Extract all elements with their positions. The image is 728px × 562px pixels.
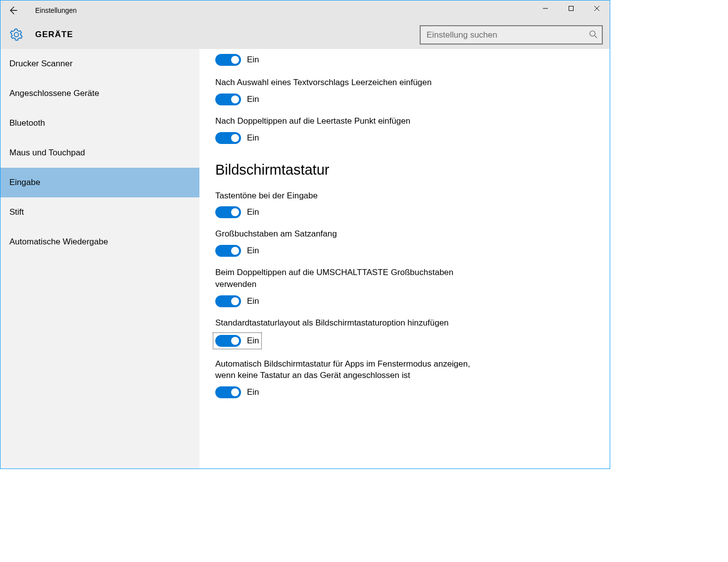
sidebar: Drucker ScannerAngeschlossene GeräteBlue… — [0, 49, 199, 468]
sidebar-item-label: Bluetooth — [9, 118, 45, 128]
setting-label: Nach Doppeltippen auf die Leertaste Punk… — [215, 115, 492, 127]
toggle-row-partial: Ein — [215, 54, 492, 66]
setting-label: Standardtastaturlayout als Bildschirmtas… — [215, 317, 492, 329]
sidebar-item-label: Stift — [9, 207, 24, 217]
toggle-switch[interactable] — [215, 132, 241, 144]
setting-space-after-suggestion: Nach Auswahl eines Textvorschlags Leerze… — [215, 77, 492, 105]
toggle-switch[interactable] — [215, 386, 241, 398]
toggle-switch[interactable] — [215, 335, 241, 347]
toggle-state: Ein — [247, 133, 259, 143]
gear-icon — [8, 27, 24, 43]
setting-label: Nach Auswahl eines Textvorschlags Leerze… — [215, 77, 492, 89]
toggle-row: Ein — [215, 245, 492, 257]
body: Drucker ScannerAngeschlossene GeräteBlue… — [0, 49, 610, 468]
setting-label: Großbuchstaben am Satzanfang — [215, 228, 492, 240]
section-title: Bildschirmtastatur — [215, 162, 492, 178]
toggle-state: Ein — [247, 336, 259, 346]
sidebar-item-label: Drucker Scanner — [9, 59, 73, 69]
setting-4: Automatisch Bildschirmtastatur für Apps … — [215, 358, 492, 399]
sidebar-item-2[interactable]: Bluetooth — [0, 108, 199, 138]
back-button[interactable] — [0, 0, 25, 20]
setting-period-after-doubletap: Nach Doppeltippen auf die Leertaste Punk… — [215, 115, 492, 144]
toggle-row: Ein — [214, 334, 260, 348]
setting-label: Automatisch Bildschirmtastatur für Apps … — [215, 358, 492, 382]
toggle-state: Ein — [247, 55, 259, 65]
toggle-switch[interactable] — [215, 295, 241, 307]
toggle-row: Ein — [215, 206, 492, 218]
minimize-button[interactable] — [533, 0, 558, 16]
sidebar-item-5[interactable]: Stift — [0, 197, 199, 227]
sidebar-item-label: Automatische Wiedergabe — [9, 237, 108, 247]
toggle-row: Ein — [215, 386, 492, 398]
sidebar-item-label: Eingabe — [9, 178, 40, 187]
toggle-row: Ein — [215, 94, 492, 105]
titlebar: Einstellungen — [0, 0, 610, 20]
toggle-switch[interactable] — [215, 245, 241, 257]
sidebar-item-1[interactable]: Angeschlossene Geräte — [0, 79, 199, 108]
content: Ein Nach Auswahl eines Textvorschlags Le… — [199, 49, 610, 468]
page-title: GERÄTE — [24, 30, 73, 40]
toggle-state: Ein — [247, 296, 259, 306]
search-container — [420, 25, 603, 45]
close-button[interactable] — [584, 0, 610, 16]
sidebar-item-label: Maus und Touchpad — [9, 148, 85, 158]
sidebar-item-6[interactable]: Automatische Wiedergabe — [0, 227, 199, 257]
maximize-button[interactable] — [558, 0, 584, 16]
toggle-state: Ein — [247, 94, 259, 104]
setting-1: Großbuchstaben am SatzanfangEin — [215, 228, 492, 257]
toggle-switch[interactable] — [215, 54, 241, 66]
toggle-state: Ein — [247, 387, 259, 397]
arrow-left-icon — [8, 5, 18, 15]
window-title: Einstellungen — [25, 6, 77, 14]
sidebar-item-0[interactable]: Drucker Scanner — [0, 49, 199, 79]
setting-3: Standardtastaturlayout als Bildschirmtas… — [215, 317, 492, 348]
setting-0: Tastentöne bei der EingabeEin — [215, 190, 492, 219]
svg-rect-1 — [569, 6, 574, 11]
sidebar-item-label: Angeschlossene Geräte — [9, 89, 99, 98]
window-controls — [533, 0, 610, 16]
setting-label: Tastentöne bei der Eingabe — [215, 190, 492, 202]
setting-label: Beim Doppeltippen auf die UMSCHALTTASTE … — [215, 267, 492, 290]
toggle-row: Ein — [215, 295, 492, 307]
toggle-state: Ein — [247, 246, 259, 256]
search-input[interactable] — [420, 25, 603, 45]
sidebar-item-3[interactable]: Maus und Touchpad — [0, 138, 199, 168]
setting-2: Beim Doppeltippen auf die UMSCHALTTASTE … — [215, 267, 492, 307]
toggle-row: Ein — [215, 132, 492, 144]
sidebar-item-4[interactable]: Eingabe — [0, 168, 199, 197]
toggle-switch[interactable] — [215, 206, 241, 218]
toggle-state: Ein — [247, 207, 259, 217]
header: GERÄTE — [0, 20, 610, 49]
toggle-switch[interactable] — [215, 94, 241, 105]
